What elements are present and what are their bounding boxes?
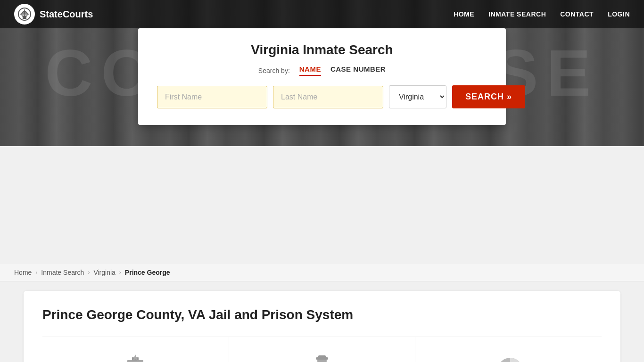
search-fields: Virginia Alabama Alaska California Flori… xyxy=(157,85,487,108)
stat-jail-rate: 0% Jail Rate xyxy=(415,337,602,362)
svg-rect-20 xyxy=(318,355,326,358)
breadcrumb-sep-3: › xyxy=(119,269,121,276)
svg-rect-4 xyxy=(23,16,26,19)
breadcrumb-sep-2: › xyxy=(88,269,90,276)
breadcrumb: Home › Inmate Search › Virginia › Prince… xyxy=(0,264,644,281)
tab-case-number[interactable]: CASE NUMBER xyxy=(330,65,386,76)
jail-rate-icon xyxy=(490,351,528,362)
stats-row: 0 Jails xyxy=(42,337,602,362)
nav-login[interactable]: LOGIN xyxy=(608,10,630,18)
nav-home[interactable]: HOME xyxy=(454,10,474,18)
content-title: Prince George County, VA Jail and Prison… xyxy=(42,307,602,322)
main-content: Prince George County, VA Jail and Prison… xyxy=(0,281,644,362)
prisoners-icon xyxy=(303,351,341,362)
breadcrumb-inmate-search[interactable]: Inmate Search xyxy=(41,269,84,276)
building-icon xyxy=(18,8,31,21)
search-by-label: Search by: xyxy=(258,67,290,74)
navigation: StateCourts HOME INMATE SEARCH CONTACT L… xyxy=(0,0,644,28)
stat-jails: 0 Jails xyxy=(42,337,229,362)
stat-prisoners: 0 Prisoners xyxy=(229,337,416,362)
search-button[interactable]: SEARCH » xyxy=(452,85,525,108)
tab-name[interactable]: NAME xyxy=(299,65,321,76)
last-name-input[interactable] xyxy=(273,86,383,108)
jails-icon xyxy=(116,351,154,362)
search-card: Virginia Inmate Search Search by: NAME C… xyxy=(138,28,506,125)
breadcrumb-sep-1: › xyxy=(35,269,37,276)
breadcrumb-current: Prince George xyxy=(125,269,170,276)
logo-text: StateCourts xyxy=(40,9,93,20)
search-card-title: Virginia Inmate Search xyxy=(157,42,487,58)
nav-links: HOME INMATE SEARCH CONTACT LOGIN xyxy=(454,10,630,18)
svg-marker-5 xyxy=(20,10,29,14)
header: COURTHOUSE StateCourts HOME INMATE SEARC… xyxy=(0,0,644,146)
nav-contact[interactable]: CONTACT xyxy=(560,10,594,18)
stats-card: Prince George County, VA Jail and Prison… xyxy=(24,291,620,362)
breadcrumb-home[interactable]: Home xyxy=(14,269,32,276)
breadcrumb-virginia[interactable]: Virginia xyxy=(93,269,115,276)
state-select[interactable]: Virginia Alabama Alaska California Flori… xyxy=(389,85,446,108)
first-name-input[interactable] xyxy=(157,86,267,108)
logo-icon xyxy=(14,4,35,25)
logo[interactable]: StateCourts xyxy=(14,4,93,25)
nav-inmate-search[interactable]: INMATE SEARCH xyxy=(488,10,546,18)
search-tabs: Search by: NAME CASE NUMBER xyxy=(157,65,487,76)
